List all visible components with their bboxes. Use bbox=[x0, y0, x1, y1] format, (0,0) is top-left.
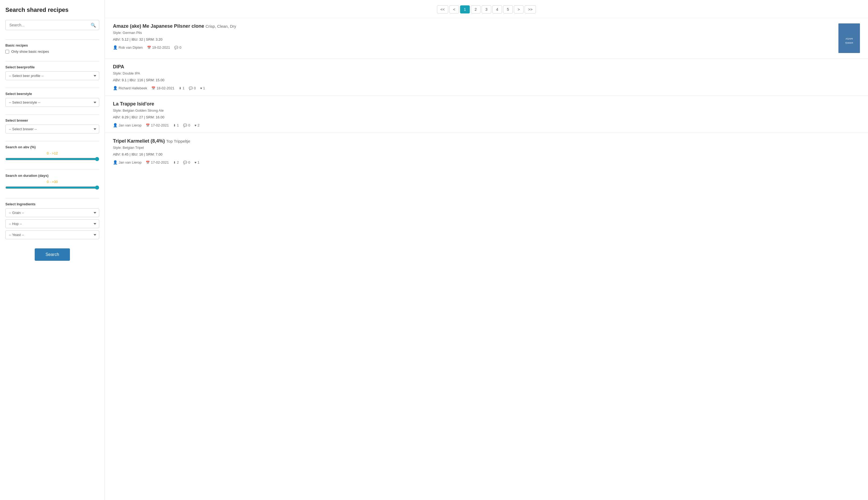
recipe-likes: 2 bbox=[195, 123, 199, 127]
recipe-date: 17-02-2021 bbox=[146, 160, 169, 164]
ingredients-section: Select Ingredients -- Grain -- -- Hop --… bbox=[5, 202, 99, 239]
download-icon bbox=[173, 123, 176, 127]
user-icon bbox=[113, 123, 118, 127]
hop-select[interactable]: -- Hop -- bbox=[5, 219, 99, 228]
search-button[interactable]: Search bbox=[35, 248, 70, 261]
page-2-button[interactable]: 2 bbox=[471, 5, 481, 13]
recipe-stats: ABV: 8.29 | IBU: 27 | SRM: 16.00 bbox=[113, 115, 860, 119]
recipe-content: Tripel Karmeliet (8,4%) Top Trippeltje S… bbox=[113, 138, 860, 164]
recipe-card: Amaze (ake) Me Japanese Pilsner clone Cr… bbox=[105, 18, 868, 59]
recipe-title: DIPA bbox=[113, 64, 860, 70]
user-icon bbox=[113, 45, 118, 49]
abv-section: Search on abv (%) 0 - >12 bbox=[5, 145, 99, 162]
recipe-likes: 1 bbox=[195, 160, 199, 164]
recipe-meta: Rob van Dipten 19-02-2021 0 bbox=[113, 45, 833, 49]
comment-icon bbox=[174, 45, 178, 49]
calendar-icon bbox=[146, 123, 150, 127]
yeast-select[interactable]: -- Yeast -- bbox=[5, 230, 99, 239]
svg-text:ASAHI: ASAHI bbox=[845, 37, 853, 40]
divider-1 bbox=[5, 39, 99, 39]
abv-label: Search on abv (%) bbox=[5, 145, 99, 149]
main-content: << < 1 2 3 4 5 > >> Amaze (ake) Me Japan… bbox=[105, 0, 868, 500]
search-input[interactable] bbox=[5, 20, 99, 30]
beer-style-label: Select beerstyle bbox=[5, 92, 99, 96]
recipe-list: Amaze (ake) Me Japanese Pilsner clone Cr… bbox=[105, 18, 868, 170]
recipe-stats: ABV: 8.45 | IBU: 16 | SRM: 7.00 bbox=[113, 152, 860, 156]
basic-recipes-label: Basic recipes bbox=[5, 43, 99, 47]
brewer-label: Select brewer bbox=[5, 118, 99, 123]
divider-3 bbox=[5, 88, 99, 88]
recipe-date: 17-02-2021 bbox=[146, 123, 169, 127]
recipe-card: La Trappe Isid'ore Style: Belgian Golden… bbox=[105, 96, 868, 133]
recipe-author: Richard Hallebeek bbox=[113, 86, 147, 90]
page-3-button[interactable]: 3 bbox=[482, 5, 491, 13]
recipe-meta: Jan van Lierop 17-02-2021 1 0 2 bbox=[113, 123, 860, 127]
recipe-meta: Jan van Lierop 17-02-2021 2 0 1 bbox=[113, 160, 860, 164]
recipe-comments: 0 bbox=[189, 86, 196, 90]
beer-style-section: Select beerstyle -- Select beerstyle -- bbox=[5, 92, 99, 107]
recipe-content: Amaze (ake) Me Japanese Pilsner clone Cr… bbox=[113, 23, 833, 53]
recipe-downloads: 1 bbox=[173, 123, 179, 127]
abv-range-input[interactable] bbox=[5, 157, 99, 161]
recipe-card: DIPA Style: Double IPA ABV: 9.1 | IBU: 1… bbox=[105, 59, 868, 96]
recipe-comments: 0 bbox=[183, 123, 190, 127]
page-next-button[interactable]: > bbox=[514, 5, 524, 13]
user-icon bbox=[113, 86, 118, 90]
beer-profile-select[interactable]: -- Select beer profile -- bbox=[5, 71, 99, 80]
search-icon[interactable]: 🔍 bbox=[91, 23, 96, 28]
page-last-button[interactable]: >> bbox=[525, 5, 536, 13]
pagination: << < 1 2 3 4 5 > >> bbox=[105, 0, 868, 18]
download-icon bbox=[179, 86, 181, 90]
divider-7 bbox=[5, 198, 99, 198]
svg-text:生BEER: 生BEER bbox=[845, 42, 853, 44]
beer-style-select[interactable]: -- Select beerstyle -- bbox=[5, 98, 99, 107]
divider-4 bbox=[5, 114, 99, 115]
page-title: Search shared recipes bbox=[5, 7, 99, 13]
page-first-button[interactable]: << bbox=[437, 5, 448, 13]
page-prev-button[interactable]: < bbox=[449, 5, 459, 13]
duration-range-input[interactable] bbox=[5, 185, 99, 190]
basic-recipes-section: Basic recipes Only show basic recipes bbox=[5, 43, 99, 54]
divider-2 bbox=[5, 61, 99, 61]
recipe-author: Jan van Lierop bbox=[113, 160, 141, 164]
user-icon bbox=[113, 160, 118, 164]
brewer-section: Select brewer -- Select brewer -- bbox=[5, 118, 99, 134]
recipe-style: Style: Belgian Tripel bbox=[113, 146, 860, 150]
comment-icon bbox=[183, 160, 187, 164]
ingredients-label: Select Ingredients bbox=[5, 202, 99, 206]
duration-section: Search on duration (days) 0 - >30 bbox=[5, 173, 99, 191]
basic-recipes-checkbox-row[interactable]: Only show basic recipes bbox=[5, 49, 99, 54]
heart-icon bbox=[195, 123, 196, 127]
recipe-likes: 1 bbox=[200, 86, 205, 90]
recipe-title: Tripel Karmeliet (8,4%) Top Trippeltje bbox=[113, 138, 860, 144]
brewer-select[interactable]: -- Select brewer -- bbox=[5, 125, 99, 134]
recipe-comments: 0 bbox=[174, 45, 181, 49]
recipe-downloads: 1 bbox=[179, 86, 185, 90]
recipe-date: 18-02-2021 bbox=[151, 86, 175, 90]
page-5-button[interactable]: 5 bbox=[503, 5, 513, 13]
recipe-downloads: 2 bbox=[173, 160, 179, 164]
page-4-button[interactable]: 4 bbox=[492, 5, 502, 13]
calendar-icon bbox=[147, 45, 151, 49]
recipe-card: Tripel Karmeliet (8,4%) Top Trippeltje S… bbox=[105, 133, 868, 170]
comment-icon bbox=[189, 86, 193, 90]
recipe-comments: 0 bbox=[183, 160, 190, 164]
grain-select[interactable]: -- Grain -- bbox=[5, 208, 99, 217]
recipe-date: 19-02-2021 bbox=[147, 45, 170, 49]
recipe-content: La Trappe Isid'ore Style: Belgian Golden… bbox=[113, 101, 860, 127]
beer-profile-section: Select beerprofile -- Select beer profil… bbox=[5, 65, 99, 80]
page-1-button[interactable]: 1 bbox=[460, 5, 470, 13]
duration-label: Search on duration (days) bbox=[5, 173, 99, 178]
recipe-subtitle: Top Trippeltje bbox=[166, 139, 190, 144]
recipe-author: Rob van Dipten bbox=[113, 45, 143, 49]
recipe-title: La Trappe Isid'ore bbox=[113, 101, 860, 107]
ingredients-selects: -- Grain -- -- Hop -- -- Yeast -- bbox=[5, 208, 99, 239]
recipe-stats: ABV: 9.1 | IBU: 116 | SRM: 15.00 bbox=[113, 78, 860, 82]
recipe-meta: Richard Hallebeek 18-02-2021 1 0 1 bbox=[113, 86, 860, 90]
comment-icon bbox=[183, 123, 187, 127]
heart-icon bbox=[200, 86, 202, 90]
basic-recipes-checkbox[interactable] bbox=[5, 50, 9, 54]
recipe-stats: ABV: 5.12 | IBU: 32 | SRM: 3.20 bbox=[113, 37, 833, 42]
abv-range-display: 0 - >12 bbox=[5, 151, 99, 155]
heart-icon bbox=[195, 160, 196, 164]
